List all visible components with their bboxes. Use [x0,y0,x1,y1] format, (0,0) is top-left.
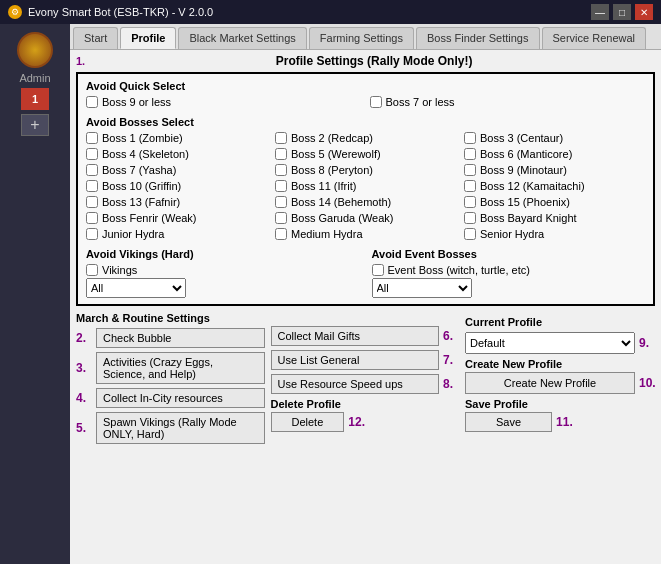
medium-hydra-checkbox[interactable] [275,228,287,240]
boss7-cb[interactable] [86,164,98,176]
profile-title: Profile Settings (Rally Mode Only!) [93,54,655,68]
title-bar-title: Evony Smart Bot (ESB-TKR) - V 2.0.0 [28,6,213,18]
senior-hydra-checkbox[interactable] [464,228,476,240]
save-profile-button[interactable]: Save [465,412,552,432]
march-item-0: 2. Check Bubble [76,328,265,348]
boss9-cb[interactable] [464,164,476,176]
tab-start[interactable]: Start [73,27,118,49]
spawn-vikings-button[interactable]: Spawn Vikings (Rally Mode ONLY, Hard) [96,412,265,444]
add-profile-button[interactable]: + [21,114,49,136]
create-new-num: 10. [639,376,655,390]
boss11-checkbox[interactable] [275,180,287,192]
vikings-dropdown[interactable]: All [86,278,186,298]
title-bar: ⚙ Evony Smart Bot (ESB-TKR) - V 2.0.0 — … [0,0,661,24]
collect-item-1: Use List General 7. [271,350,460,370]
close-button[interactable]: ✕ [635,4,653,20]
boss1-label: Boss 1 (Zombie) [102,132,183,144]
sidebar: Admin 1 + [0,24,70,564]
boss13-label: Boss 13 (Fafnir) [102,196,180,208]
tab-profile[interactable]: Profile [120,27,176,49]
medium-hydra-label: Medium Hydra [291,228,363,240]
boss3-checkbox[interactable] [464,132,476,144]
boss-garuda-checkbox[interactable] [275,212,287,224]
content-area: Start Profile Black Market Settings Farm… [70,24,661,564]
boss4-label: Boss 4 (Skeleton) [102,148,189,160]
boss5-checkbox[interactable] [275,148,287,160]
march-item-3: 5. Spawn Vikings (Rally Mode ONLY, Hard) [76,412,265,444]
use-list-general-button[interactable]: Use List General [271,350,440,370]
collect-item-2: Use Resource Speed ups 8. [271,374,460,394]
boss15-label: Boss 15 (Phoenix) [480,196,570,208]
collect-num-1: 7. [443,353,459,367]
current-profile-label: Current Profile [465,316,542,328]
boss6-checkbox[interactable] [464,148,476,160]
check-bubble-button[interactable]: Check Bubble [96,328,265,348]
delete-profile-section: Delete Profile Delete 12. [271,398,460,432]
bottom-section: March & Routine Settings 2. Check Bubble… [76,312,655,448]
event-boss-label: Event Boss (witch, turtle, etc) [388,264,530,276]
boss7-checkbox[interactable] [370,96,382,108]
boss3-label: Boss 3 (Centaur) [480,132,563,144]
delete-profile-label: Delete Profile [271,398,460,410]
delete-profile-button[interactable]: Delete [271,412,345,432]
avoid-quick-select-label: Avoid Quick Select [86,80,645,92]
boss2-label: Boss 2 (Redcap) [291,132,373,144]
boss15-checkbox[interactable] [464,196,476,208]
tab-black-market[interactable]: Black Market Settings [178,27,306,49]
minimize-button[interactable]: — [591,4,609,20]
app-icon: ⚙ [8,5,22,19]
event-boss-dropdown[interactable]: All [372,278,472,298]
boss-bayard-checkbox[interactable] [464,212,476,224]
boss7-lbl: Boss 7 (Yasha) [102,164,176,176]
boss-grid-row-2: Boss 4 (Skeleton) Boss 5 (Werewolf) Boss… [86,148,645,162]
collect-mail-gifts-button[interactable]: Collect Mail Gifts [271,326,440,346]
junior-hydra-label: Junior Hydra [102,228,164,240]
boss1-checkbox[interactable] [86,132,98,144]
use-resource-speedups-button[interactable]: Use Resource Speed ups [271,374,440,394]
boss-settings-box: Avoid Quick Select Boss 9 or less Boss 7… [76,72,655,306]
march-item-1: 3. Activities (Crazy Eggs, Science, and … [76,352,265,384]
boss9-checkbox[interactable] [86,96,98,108]
boss-fenrir-label: Boss Fenrir (Weak) [102,212,197,224]
boss13-checkbox[interactable] [86,196,98,208]
create-new-profile-button[interactable]: Create New Profile [465,372,635,394]
boss6-label: Boss 6 (Manticore) [480,148,572,160]
tab-service-renewal[interactable]: Service Renewal [542,27,647,49]
boss5-label: Boss 5 (Werewolf) [291,148,381,160]
tab-farming[interactable]: Farming Settings [309,27,414,49]
march-num-2: 4. [76,391,92,405]
boss9-lbl: Boss 9 (Minotaur) [480,164,567,176]
boss10-checkbox[interactable] [86,180,98,192]
collect-resources-button[interactable]: Collect In-City resources [96,388,265,408]
boss4-checkbox[interactable] [86,148,98,160]
boss8-checkbox[interactable] [275,164,287,176]
vikings-checkbox[interactable] [86,264,98,276]
tab-boss-finder[interactable]: Boss Finder Settings [416,27,540,49]
current-profile-select[interactable]: Default [465,332,635,354]
event-boss-checkbox[interactable] [372,264,384,276]
boss2-checkbox[interactable] [275,132,287,144]
boss-grid-row-4: Boss 10 (Griffin) Boss 11 (Ifrit) Boss 1… [86,180,645,194]
boss-fenrir-checkbox[interactable] [86,212,98,224]
senior-hydra-label: Senior Hydra [480,228,544,240]
boss-grid-row-5: Boss 13 (Fafnir) Boss 14 (Behemoth) Boss… [86,196,645,210]
create-new-profile-label: Create New Profile [465,358,655,370]
avoid-event-bosses-label: Avoid Event Bosses [372,248,646,260]
junior-hydra-checkbox[interactable] [86,228,98,240]
boss14-checkbox[interactable] [275,196,287,208]
boss10-label: Boss 10 (Griffin) [102,180,181,192]
profile-management-section: Current Profile Default 9. Create New Pr… [465,312,655,448]
boss12-checkbox[interactable] [464,180,476,192]
boss-grid-row-1: Boss 1 (Zombie) Boss 2 (Redcap) Boss 3 (… [86,132,645,146]
march-routine-section: March & Routine Settings 2. Check Bubble… [76,312,265,448]
maximize-button[interactable]: □ [613,4,631,20]
vikings-label: Vikings [102,264,137,276]
boss9-label: Boss 9 or less [102,96,171,108]
sidebar-red-box: 1 [21,88,49,110]
boss11-label: Boss 11 (Ifrit) [291,180,356,192]
admin-label: Admin [19,72,50,84]
profile-number: 1. [76,55,85,67]
march-item-2: 4. Collect In-City resources [76,388,265,408]
activities-button[interactable]: Activities (Crazy Eggs, Science, and Hel… [96,352,265,384]
boss-bayard-label: Boss Bayard Knight [480,212,577,224]
